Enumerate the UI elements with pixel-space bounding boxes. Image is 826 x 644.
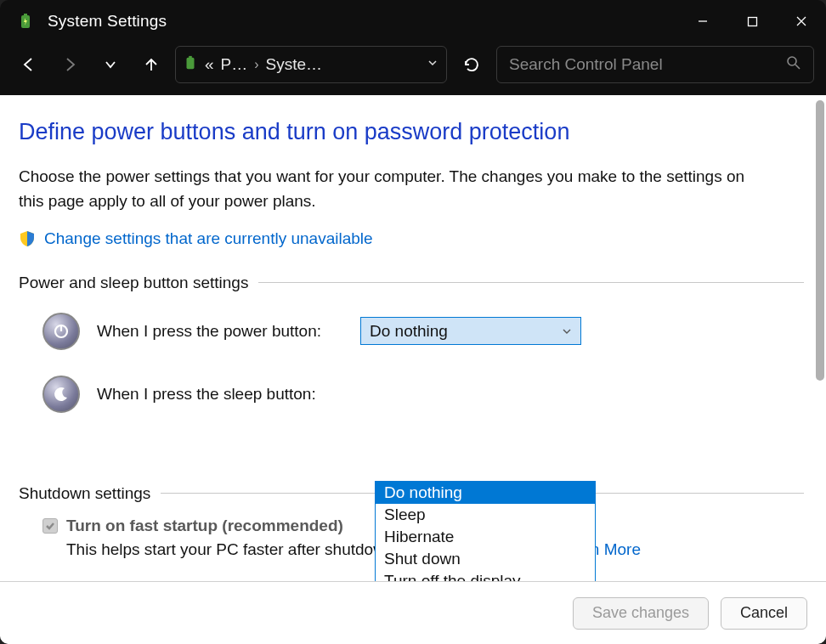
up-button[interactable] xyxy=(134,48,168,82)
svg-point-8 xyxy=(788,57,796,65)
footer-bar: Save changes Cancel xyxy=(0,581,826,644)
combo-value: Do nothing xyxy=(370,322,448,341)
battery-icon xyxy=(183,55,198,74)
shield-icon xyxy=(19,230,36,247)
chevron-down-icon xyxy=(562,322,572,341)
fast-startup-checkbox[interactable] xyxy=(42,518,58,534)
page-title: Define power buttons and turn on passwor… xyxy=(19,119,804,145)
dropdown-item[interactable]: Shut down xyxy=(376,548,595,570)
sleep-button-label: When I press the sleep button: xyxy=(97,385,360,404)
section-header: Shutdown settings xyxy=(19,484,150,503)
power-icon xyxy=(42,313,80,350)
dropdown-item[interactable]: Sleep xyxy=(376,504,595,526)
refresh-button[interactable] xyxy=(454,48,489,82)
section-header: Power and sleep button settings xyxy=(19,274,248,292)
chevron-down-icon[interactable] xyxy=(426,56,439,73)
svg-line-9 xyxy=(795,65,800,69)
content-area: Define power buttons and turn on passwor… xyxy=(0,95,826,581)
window-title: System Settings xyxy=(48,12,167,31)
minimize-button[interactable] xyxy=(678,0,727,42)
search-input[interactable] xyxy=(509,55,786,74)
power-button-label: When I press the power button: xyxy=(97,322,360,341)
breadcrumb-ellipsis[interactable]: « xyxy=(205,55,214,74)
save-button[interactable]: Save changes xyxy=(573,597,709,630)
chevron-right-icon: › xyxy=(254,57,258,72)
titlebar: System Settings xyxy=(0,0,826,42)
close-button[interactable] xyxy=(777,0,826,42)
maximize-button[interactable] xyxy=(727,0,777,42)
battery-icon xyxy=(15,11,36,31)
breadcrumb-item[interactable]: Syste… xyxy=(266,55,323,74)
svg-rect-1 xyxy=(24,14,27,16)
change-settings-link[interactable]: Change settings that are currently unava… xyxy=(44,229,373,248)
fast-startup-label: Turn on fast startup (recommended) xyxy=(66,517,343,535)
search-box[interactable] xyxy=(496,46,814,83)
back-button[interactable] xyxy=(12,48,46,82)
cancel-button[interactable]: Cancel xyxy=(721,597,807,630)
recent-button[interactable] xyxy=(93,48,127,82)
power-button-combo[interactable]: Do nothing xyxy=(360,317,581,345)
nav-bar: « P… › Syste… xyxy=(0,42,826,95)
svg-rect-3 xyxy=(748,17,756,25)
page-description: Choose the power settings that you want … xyxy=(19,164,767,214)
dropdown-item[interactable]: Do nothing xyxy=(376,482,595,504)
svg-rect-7 xyxy=(189,56,192,59)
power-button-dropdown: Do nothing Sleep Hibernate Shut down Tur… xyxy=(375,481,596,581)
scrollbar[interactable] xyxy=(816,100,824,381)
dropdown-item[interactable]: Turn off the display xyxy=(376,570,595,581)
dropdown-item[interactable]: Hibernate xyxy=(376,526,595,548)
search-icon xyxy=(786,55,801,74)
address-bar[interactable]: « P… › Syste… xyxy=(175,46,447,83)
svg-rect-6 xyxy=(187,58,195,70)
breadcrumb-item[interactable]: P… xyxy=(221,55,248,74)
divider xyxy=(258,282,804,283)
forward-button[interactable] xyxy=(53,48,87,82)
sleep-icon xyxy=(42,376,80,413)
